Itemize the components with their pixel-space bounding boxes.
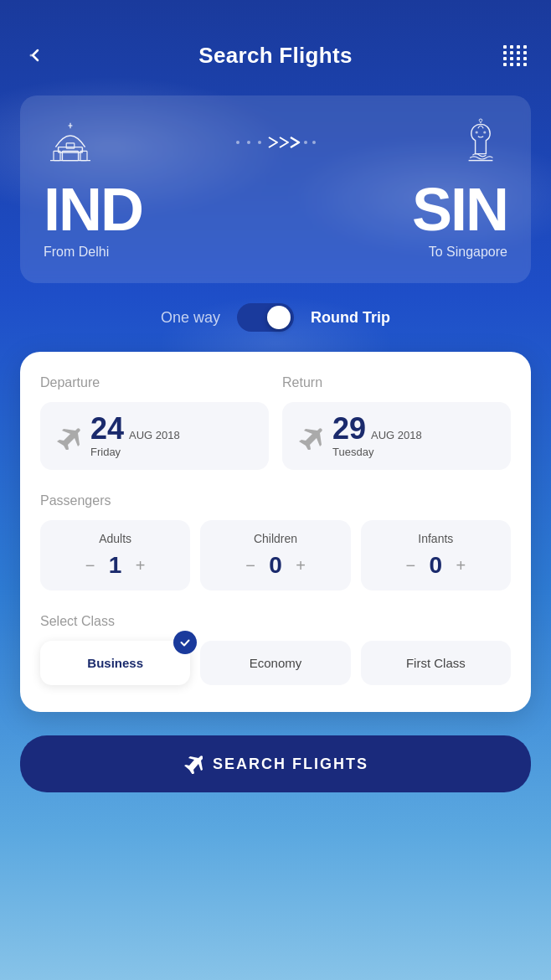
origin: IND From Delhi (44, 179, 142, 260)
infants-label: Infants (371, 532, 501, 545)
svg-point-0 (30, 54, 33, 57)
svg-point-11 (258, 141, 261, 144)
adults-count: 1 (106, 552, 126, 579)
trip-type-row: One way Round Trip (0, 303, 551, 332)
class-options: Business Economy First Class (40, 641, 511, 685)
origin-code: IND (44, 179, 142, 240)
departure-picker[interactable]: 24 AUG 2018 Friday (40, 402, 269, 470)
departure-flight-icon (54, 423, 80, 450)
svg-point-14 (476, 131, 478, 133)
return-date-info: 29 AUG 2018 Tuesday (332, 414, 422, 458)
trip-type-toggle[interactable] (237, 303, 294, 332)
children-count: 0 (265, 552, 286, 579)
dots-grid-icon (503, 45, 528, 66)
children-controls: − 0 + (210, 552, 340, 579)
svg-point-13 (312, 141, 316, 144)
selected-check-icon (173, 631, 197, 654)
return-section: Return 29 AUG 2018 Tuesday (282, 375, 511, 470)
adults-plus[interactable]: + (132, 557, 149, 574)
search-flights-button[interactable]: SEARCH FLIGHTS (20, 735, 531, 792)
destination-code: SIN (412, 179, 507, 240)
header: Search Flights (0, 0, 551, 87)
class-business[interactable]: Business (40, 641, 190, 685)
return-weekday: Tuesday (332, 446, 422, 458)
svg-point-15 (483, 131, 486, 133)
departure-label: Departure (40, 375, 269, 390)
destination: SIN To Singapore (412, 179, 507, 260)
dates-row: Departure 24 AUG 2018 Friday Return (40, 375, 511, 470)
children-box: Children − 0 + (200, 520, 350, 591)
svg-point-12 (304, 141, 307, 144)
departure-date-info: 24 AUG 2018 Friday (90, 414, 180, 458)
children-label: Children (210, 532, 340, 545)
round-trip-label: Round Trip (311, 309, 390, 327)
search-plane-icon (183, 754, 203, 774)
adults-controls: − 1 + (50, 552, 180, 579)
departure-day: 24 (90, 414, 124, 444)
first-class-label: First Class (406, 656, 466, 670)
class-economy[interactable]: Economy (200, 641, 350, 685)
departure-weekday: Friday (90, 446, 180, 458)
passengers-label: Passengers (40, 493, 511, 508)
infants-box: Infants − 0 + (361, 520, 511, 591)
departure-section: Departure 24 AUG 2018 Friday (40, 375, 269, 470)
infants-count: 0 (425, 552, 445, 579)
return-day: 29 (332, 414, 366, 444)
adults-label: Adults (50, 532, 180, 545)
search-button-label: SEARCH FLIGHTS (213, 756, 368, 773)
class-first[interactable]: First Class (361, 641, 511, 685)
infants-minus[interactable]: − (402, 557, 419, 574)
origin-icon (44, 116, 97, 173)
menu-button[interactable] (501, 40, 531, 70)
form-card: Departure 24 AUG 2018 Friday Return (20, 352, 531, 712)
back-button[interactable] (20, 40, 50, 70)
page-title: Search Flights (198, 43, 352, 69)
return-picker[interactable]: 29 AUG 2018 Tuesday (282, 402, 511, 470)
departure-month: AUG 2018 (129, 429, 180, 441)
route-icons (44, 116, 507, 173)
route-info: IND From Delhi SIN To Singapore (44, 179, 507, 260)
infants-plus[interactable]: + (452, 557, 469, 574)
passengers-grid: Adults − 1 + Children − 0 + Infants − 0 … (40, 520, 511, 591)
adults-minus[interactable]: − (82, 557, 99, 574)
return-month: AUG 2018 (371, 429, 422, 441)
one-way-label: One way (161, 309, 220, 327)
origin-label: From Delhi (44, 245, 142, 260)
class-label: Select Class (40, 614, 511, 629)
destination-label: To Singapore (412, 245, 507, 260)
children-minus[interactable]: − (242, 557, 259, 574)
children-plus[interactable]: + (292, 557, 309, 574)
route-card[interactable]: IND From Delhi SIN To Singapore (20, 95, 531, 283)
return-label: Return (282, 375, 511, 390)
infants-controls: − 0 + (371, 552, 501, 579)
business-label: Business (87, 656, 143, 670)
destination-icon (454, 116, 507, 173)
svg-point-9 (236, 141, 239, 144)
toggle-knob (267, 306, 291, 329)
return-flight-icon (296, 423, 322, 450)
route-arrow (97, 116, 454, 152)
svg-point-10 (247, 141, 250, 144)
adults-box: Adults − 1 + (40, 520, 190, 591)
economy-label: Economy (250, 656, 302, 670)
